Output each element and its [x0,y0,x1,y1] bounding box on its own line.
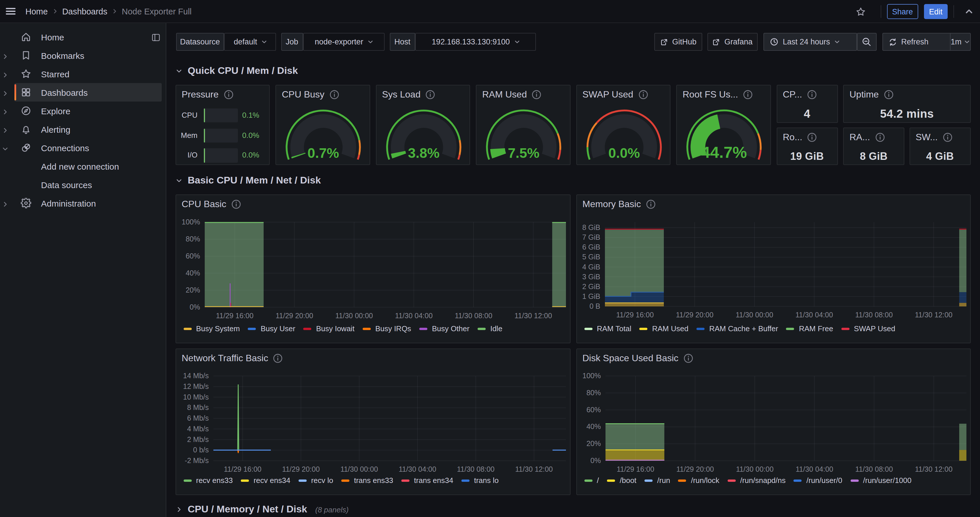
svg-text:11/29 20:00: 11/29 20:00 [282,465,319,473]
svg-text:11/30 04:00: 11/30 04:00 [795,465,833,473]
svg-text:5 GiB: 5 GiB [582,253,600,261]
svg-text:11/30 12:00: 11/30 12:00 [915,311,952,319]
svg-text:11/30 00:00: 11/30 00:00 [735,311,773,319]
svg-text:0%: 0% [189,303,200,311]
svg-text:11/30 00:00: 11/30 00:00 [335,312,372,320]
svg-text:0.0%: 0.0% [608,145,640,161]
svg-text:11/30 08:00: 11/30 08:00 [855,465,892,473]
svg-text:8 Mb/s: 8 Mb/s [187,403,208,411]
svg-text:11/29 16:00: 11/29 16:00 [216,312,253,320]
svg-text:2 GiB: 2 GiB [582,282,600,290]
svg-text:20%: 20% [586,439,601,447]
svg-text:11/30 04:00: 11/30 04:00 [395,312,432,320]
svg-text:100%: 100% [582,372,601,380]
svg-text:11/29 16:00: 11/29 16:00 [616,311,654,319]
svg-text:0.7%: 0.7% [307,145,339,161]
svg-text:3 GiB: 3 GiB [582,273,600,281]
svg-text:80%: 80% [185,235,200,243]
svg-text:60%: 60% [185,252,200,260]
svg-text:11/29 16:00: 11/29 16:00 [616,465,654,473]
svg-text:11/30 12:00: 11/30 12:00 [514,312,552,320]
svg-text:11/30 08:00: 11/30 08:00 [457,465,494,473]
svg-text:40%: 40% [185,269,200,277]
svg-text:10 Mb/s: 10 Mb/s [183,393,208,401]
svg-text:0 B: 0 B [589,302,600,310]
svg-text:2 Mb/s: 2 Mb/s [187,435,208,443]
svg-text:4 Mb/s: 4 Mb/s [187,425,208,433]
svg-text:3.8%: 3.8% [408,145,439,161]
svg-text:11/30 08:00: 11/30 08:00 [455,312,492,320]
svg-text:14 Mb/s: 14 Mb/s [183,372,208,380]
svg-text:60%: 60% [586,406,601,414]
svg-text:7 GiB: 7 GiB [582,233,600,241]
svg-text:11/30 00:00: 11/30 00:00 [340,465,378,473]
svg-text:11/29 20:00: 11/29 20:00 [676,311,713,319]
svg-text:11/29 20:00: 11/29 20:00 [676,465,713,473]
svg-text:12 Mb/s: 12 Mb/s [183,382,208,390]
svg-text:-2 Mb/s: -2 Mb/s [185,457,208,465]
svg-text:44.7%: 44.7% [701,143,747,161]
svg-text:40%: 40% [586,422,601,430]
svg-text:6 GiB: 6 GiB [582,243,600,251]
svg-text:11/30 12:00: 11/30 12:00 [515,465,552,473]
svg-text:100%: 100% [181,218,200,226]
svg-text:1 GiB: 1 GiB [582,292,600,300]
svg-text:4 GiB: 4 GiB [582,263,600,271]
svg-text:8 GiB: 8 GiB [582,223,600,232]
svg-text:80%: 80% [586,389,601,397]
svg-text:6 Mb/s: 6 Mb/s [187,414,208,422]
svg-text:20%: 20% [185,286,200,294]
svg-text:11/30 00:00: 11/30 00:00 [736,465,773,473]
svg-text:11/30 04:00: 11/30 04:00 [795,311,833,319]
svg-text:0 b/s: 0 b/s [193,446,208,454]
svg-text:7.5%: 7.5% [508,145,539,161]
svg-text:11/30 04:00: 11/30 04:00 [398,465,436,473]
svg-text:11/30 08:00: 11/30 08:00 [855,311,892,319]
svg-text:0%: 0% [590,457,601,465]
svg-text:11/30 12:00: 11/30 12:00 [915,465,952,473]
svg-text:11/29 16:00: 11/29 16:00 [223,465,261,473]
svg-text:11/29 20:00: 11/29 20:00 [275,312,313,320]
